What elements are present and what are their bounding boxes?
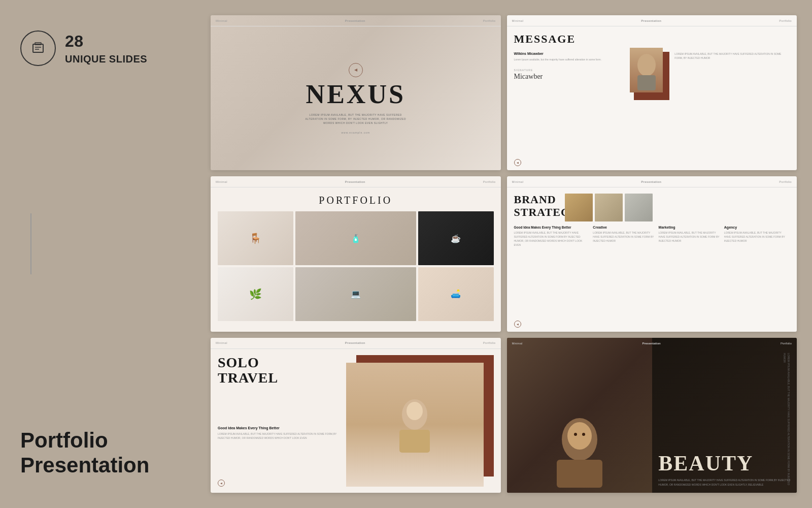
brand-image-3	[625, 194, 653, 221]
svg-rect-0	[33, 44, 43, 52]
message-body: Wilkins Micawber Lorem Ipsum available, …	[514, 52, 790, 100]
slide-2-header-right: Portfolio	[779, 19, 792, 22]
vertical-divider	[30, 213, 31, 274]
slide-6-photo-area	[507, 338, 653, 493]
solo-lorem: LOREM IPSUM AVAILABLE, BUT THE MAJORITY …	[218, 432, 341, 440]
portfolio-grid	[218, 211, 494, 321]
message-photo-inner	[630, 48, 663, 92]
message-photo-frame	[634, 52, 669, 100]
slide-6-header-center: Presentation	[642, 342, 660, 345]
portfolio-cell-3	[418, 211, 494, 265]
brand-col3-text: LOREM IPSUM AVAILABLE, BUT THE MAJORITY …	[724, 231, 787, 243]
portfolio-title: PORTFOLIO	[218, 195, 494, 206]
bottom-title: Portfolio Presentation	[20, 428, 190, 478]
slide-4-header-right: Portfolio	[779, 180, 792, 183]
svg-point-4	[637, 54, 656, 76]
slide-nexus[interactable]: Minimal Presentation Portfolio NEXUS LOR…	[211, 15, 501, 170]
solo-left: SOLO TRAVEL Good Idea Makes Every Thing …	[218, 355, 341, 487]
bottom-title-line2: Presentation	[20, 453, 190, 478]
signature-text: Micawber	[514, 73, 629, 81]
slide-2-header: Minimal Presentation Portfolio	[507, 15, 797, 26]
slide-6-photo	[507, 338, 653, 493]
nexus-title: NEXUS	[306, 81, 405, 108]
portfolio-cell-1	[218, 211, 293, 265]
slide-portfolio[interactable]: Minimal Presentation Portfolio PORTFOLIO	[211, 176, 501, 331]
slide-solo-travel[interactable]: Minimal Presentation Portfolio SOLO TRAV…	[211, 338, 501, 493]
message-title: MESSAGE	[514, 33, 790, 46]
solo-text-area: Good Idea Makes Every Thing Better LOREM…	[218, 426, 341, 440]
slide-3-header-left: Minimal	[216, 180, 227, 183]
svg-point-11	[567, 422, 592, 450]
slide-6-text-area: BEAUTY LOREM IPSUM AVAILABLE, BUT THE MA…	[652, 338, 797, 493]
brand-images	[565, 194, 790, 221]
badge-line1: UNIQUE	[65, 53, 106, 65]
slide-1-header: Minimal Presentation Portfolio	[211, 15, 501, 26]
message-lorem1: Lorem Ipsum available, but the majority …	[514, 57, 629, 61]
badge-line2: SLIDES	[109, 53, 147, 65]
slide-4-header-left: Minimal	[512, 180, 524, 183]
svg-point-8	[407, 402, 423, 420]
brand-col3-title: Agency	[724, 226, 787, 229]
slide-1-header-right: Portfolio	[483, 19, 496, 22]
slide-4-content: BRAND STRATEGY Good Idea Makes Every Thi…	[507, 187, 797, 331]
message-right: LOREM IPSUM AVAILABLE, BUT THE MAJORITY …	[674, 52, 790, 60]
signature-label: SIGNATURE	[514, 69, 629, 72]
brand-col-agency: Agency LOREM IPSUM AVAILABLE, BUT THE MA…	[724, 226, 790, 247]
brand-col-marketing: Marketing LOREM IPSUM AVAILABLE, BUT THE…	[659, 226, 724, 247]
solo-title-line1: SOLO	[218, 355, 259, 370]
slide-3-header-center: Presentation	[345, 180, 365, 183]
badge-text: 28 UNIQUE SLIDES	[65, 31, 147, 66]
slide-2-content: MESSAGE Wilkins Micawber Lorem Ipsum ava…	[507, 26, 797, 170]
slide-3-header: Minimal Presentation Portfolio	[211, 176, 501, 187]
slide-beauty[interactable]: Minimal Presentation Portfolio BEAUTY LO…	[507, 338, 797, 493]
slide-4-header: Minimal Presentation Portfolio	[507, 176, 797, 187]
svg-rect-5	[637, 75, 656, 90]
solo-logo	[218, 480, 225, 487]
nexus-subtitle: LOREM IPSUM AVAILABLE, BUT THE MAJORITY …	[305, 113, 407, 125]
slide-2-logo	[514, 159, 521, 166]
brand-main-subtitle: Good Idea Makes Every Thing Better	[514, 226, 589, 229]
solo-title: SOLO TRAVEL	[218, 355, 341, 387]
solo-title-line2: TRAVEL	[218, 370, 278, 386]
nexus-url: www.example.com	[341, 131, 370, 134]
nexus-icon	[349, 63, 363, 77]
brand-col1-title: Creative	[593, 226, 655, 229]
brand-title-line1: BRAND	[514, 193, 556, 206]
brand-title: BRAND STRATEGY	[514, 194, 560, 218]
svg-rect-7	[399, 430, 430, 453]
badge-area: 28 UNIQUE SLIDES	[20, 30, 190, 66]
portfolio-cell-4	[218, 267, 293, 321]
slide-5-header-left: Minimal	[216, 341, 227, 344]
svg-point-13	[582, 433, 585, 436]
message-lorem2: LOREM IPSUM AVAILABLE, BUT THE MAJORITY …	[674, 52, 790, 60]
brand-col2-text: LOREM IPSUM AVAILABLE, BUT THE MAJORITY …	[659, 231, 721, 243]
bottom-title-line1: Portfolio	[20, 428, 190, 453]
message-photo-person	[630, 48, 663, 92]
slide-5-header-center: Presentation	[345, 341, 365, 344]
brand-info-row: Good Idea Makes Every Thing Better LOREM…	[514, 226, 790, 247]
slide-2-header-left: Minimal	[512, 19, 524, 22]
slide-5-header: Minimal Presentation Portfolio	[211, 338, 501, 349]
slide-message[interactable]: Minimal Presentation Portfolio MESSAGE W…	[507, 15, 797, 170]
brand-main-text: Good Idea Makes Every Thing Better LOREM…	[514, 226, 593, 247]
brand-title-area: BRAND STRATEGY	[514, 194, 560, 218]
brand-main-lorem: LOREM IPSUM AVAILABLE, BUT THE MAJORITY …	[514, 231, 589, 247]
person-name: Wilkins Micawber	[514, 52, 629, 55]
slide-brand-strategy[interactable]: Minimal Presentation Portfolio BRAND STR…	[507, 176, 797, 331]
brand-right	[565, 194, 790, 221]
slide-6-header-right: Portfolio	[781, 342, 792, 345]
slide-6-header: Minimal Presentation Portfolio	[507, 338, 797, 349]
portfolio-cell-5	[295, 267, 416, 321]
slide-5-content: SOLO TRAVEL Good Idea Makes Every Thing …	[211, 349, 501, 493]
slide-6-side-text: LOREM IPSUM AVAILABLE, BUT THE MAJORITY …	[783, 353, 791, 487]
slide-1-header-center: Presentation	[345, 19, 365, 22]
message-left: Wilkins Micawber Lorem Ipsum available, …	[514, 52, 629, 81]
portfolio-cell-6	[418, 267, 494, 321]
slide-3-header-right: Portfolio	[483, 180, 496, 183]
brand-col2-title: Marketing	[659, 226, 721, 229]
slide-1-content: NEXUS LOREM IPSUM AVAILABLE, BUT THE MAJ…	[211, 26, 501, 170]
slide-4-logo	[514, 321, 521, 328]
svg-point-12	[574, 433, 577, 436]
beauty-lorem: LOREM IPSUM AVAILABLE, BUT THE MAJORITY …	[658, 478, 791, 487]
left-panel: 28 UNIQUE SLIDES Portfolio Presentation	[0, 0, 211, 508]
